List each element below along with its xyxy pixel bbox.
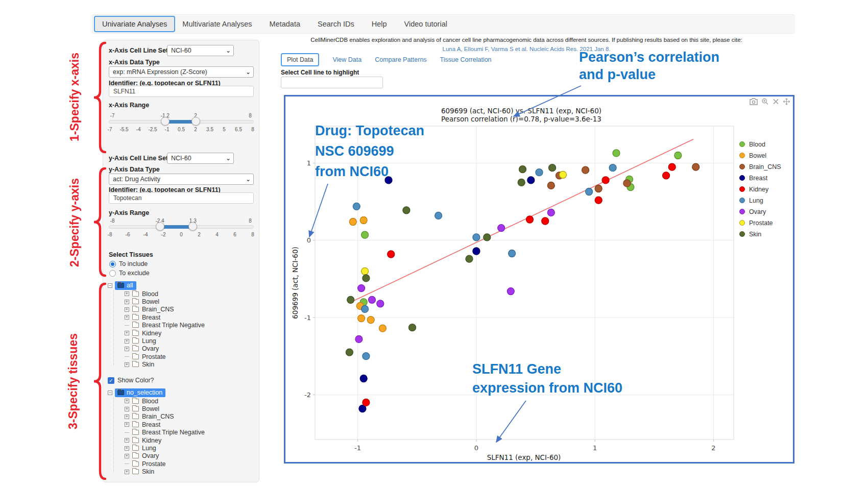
point-skin[interactable] (409, 324, 416, 331)
collapse-icon[interactable]: − (108, 283, 112, 288)
tissue-include-root-chip[interactable]: all (115, 281, 136, 290)
tissue-no-selection-item-breast[interactable]: +Breast (125, 421, 205, 428)
highlight-cell-line-input[interactable] (281, 77, 383, 88)
legend-item-brain-cns[interactable]: Brain_CNS (739, 163, 781, 170)
expand-icon[interactable]: + (125, 331, 129, 335)
y-data-type-select[interactable]: act: Drug Activity ⌄ (109, 174, 254, 185)
tab-help[interactable]: Help (371, 16, 388, 32)
expand-icon[interactable]: + (125, 407, 129, 411)
point-lung[interactable] (435, 212, 442, 219)
legend-item-bowel[interactable]: Bowel (739, 152, 781, 159)
point-bowel[interactable] (358, 315, 365, 322)
tissue-no-selection-item-bowel[interactable]: +Bowel (125, 405, 205, 412)
tissue-include-item-lung[interactable]: +Lung (125, 337, 205, 345)
point-prostate[interactable] (361, 267, 369, 275)
legend-item-blood[interactable]: Blood (739, 141, 781, 148)
point-kidney[interactable] (363, 399, 370, 406)
tissue-no-selection-item-prostate[interactable]: Prostate (125, 460, 205, 468)
expand-icon[interactable]: + (125, 446, 129, 451)
tissue-no-selection-item-blood[interactable]: +Blood (125, 397, 205, 405)
x-identifier-input[interactable] (109, 86, 254, 97)
point-kidney[interactable] (668, 163, 676, 170)
zoom-in-icon[interactable] (761, 98, 769, 105)
legend-item-skin[interactable]: Skin (739, 231, 781, 237)
y-range-slider-handle-high[interactable] (188, 222, 197, 231)
point-lung[interactable] (353, 203, 360, 210)
point-skin[interactable] (519, 166, 526, 173)
expand-icon[interactable]: + (125, 470, 129, 474)
point-brain-cns[interactable] (692, 163, 700, 170)
expand-icon[interactable]: + (125, 454, 129, 458)
subtab-compare-patterns[interactable]: Compare Patterns (375, 56, 426, 63)
point-skin[interactable] (347, 296, 354, 303)
camera-icon[interactable] (750, 98, 758, 105)
expand-icon[interactable]: + (125, 438, 129, 443)
point-bowel[interactable] (349, 218, 356, 226)
point-skin[interactable] (549, 164, 556, 172)
tab-metadata[interactable]: Metadata (269, 16, 301, 32)
tissue-include-item-kidney[interactable]: +Kidney (125, 329, 205, 337)
x-range-slider-handle-low[interactable] (161, 117, 170, 126)
x-range-slider[interactable]: -7-1.228-7-5.5-4-2.5-10.523.556.58 (109, 113, 254, 134)
point-blood[interactable] (613, 150, 620, 157)
collapse-icon[interactable]: − (108, 391, 112, 395)
point-lung[interactable] (361, 305, 369, 312)
tissue-no-selection-root[interactable]: −no_selection (108, 388, 205, 397)
tissue-include-item-breast-triple-negative[interactable]: Breast Triple Negative (125, 322, 205, 329)
tissue-include-item-blood[interactable]: +Blood (125, 290, 205, 298)
show-color-checkbox[interactable]: ✓ Show Color? (108, 377, 154, 384)
expand-icon[interactable]: + (125, 339, 129, 344)
subtab-plot-data[interactable]: Plot Data (281, 53, 319, 66)
legend-item-lung[interactable]: Lung (739, 197, 781, 204)
tissue-no-selection-item-ovary[interactable]: +Ovary (125, 452, 205, 460)
x-range-slider-handle-high[interactable] (191, 117, 200, 126)
radio-to-exclude[interactable]: To exclude (109, 270, 150, 277)
expand-icon[interactable]: + (125, 315, 129, 320)
expand-icon[interactable]: + (125, 414, 129, 419)
point-skin[interactable] (363, 275, 370, 282)
point-skin[interactable] (466, 255, 473, 262)
point-breast[interactable] (360, 375, 367, 382)
radio-to-include[interactable]: To include (109, 260, 148, 267)
tab-search-ids[interactable]: Search IDs (317, 16, 355, 32)
point-kidney[interactable] (388, 251, 395, 258)
expand-icon[interactable]: + (125, 347, 129, 351)
y-identifier-input[interactable] (109, 192, 254, 204)
tissue-no-selection-item-lung[interactable]: +Lung (125, 444, 205, 452)
point-lung[interactable] (509, 250, 516, 257)
point-ovary[interactable] (498, 225, 505, 232)
point-brain-cns[interactable] (623, 180, 631, 187)
expand-icon[interactable]: + (125, 300, 129, 304)
close-icon[interactable] (773, 98, 779, 105)
point-lung[interactable] (609, 164, 616, 172)
tissue-no-selection-item-brain-cns[interactable]: +Brain_CNS (125, 413, 205, 421)
point-lung[interactable] (473, 234, 480, 241)
legend-item-prostate[interactable]: Prostate (739, 219, 781, 226)
tissue-include-item-skin[interactable]: +Skin (125, 361, 205, 369)
point-skin[interactable] (484, 234, 491, 241)
point-bowel[interactable] (379, 325, 386, 332)
point-ovary[interactable] (358, 285, 365, 292)
point-kidney[interactable] (526, 216, 534, 223)
tissue-include-item-brain-cns[interactable]: +Brain_CNS (125, 306, 205, 313)
pan-icon[interactable] (783, 98, 790, 105)
point-lung[interactable] (586, 188, 593, 196)
subtab-view-data[interactable]: View Data (332, 56, 361, 63)
point-blood[interactable] (674, 152, 682, 159)
tab-multivariate-analyses[interactable]: Multivariate Analyses (181, 16, 253, 32)
x-cell-line-set-select[interactable]: NCI-60 ⌄ (167, 45, 234, 56)
expand-icon[interactable]: + (125, 307, 129, 312)
expand-icon[interactable]: + (125, 399, 129, 403)
point-prostate[interactable] (560, 171, 567, 178)
point-brain-cns[interactable] (547, 182, 554, 189)
point-breast[interactable] (473, 248, 480, 255)
y-range-slider[interactable]: -8-2.41.38-8-6-4-202468 (109, 218, 254, 239)
expand-icon[interactable]: + (125, 362, 129, 367)
point-kidney[interactable] (602, 177, 609, 184)
legend-item-ovary[interactable]: Ovary (739, 208, 781, 215)
y-range-slider-handle-low[interactable] (156, 222, 164, 231)
point-kidney[interactable] (663, 172, 670, 179)
point-ovary[interactable] (507, 288, 514, 295)
tissue-include-item-breast[interactable]: +Breast (125, 313, 205, 321)
point-breast[interactable] (527, 177, 535, 184)
